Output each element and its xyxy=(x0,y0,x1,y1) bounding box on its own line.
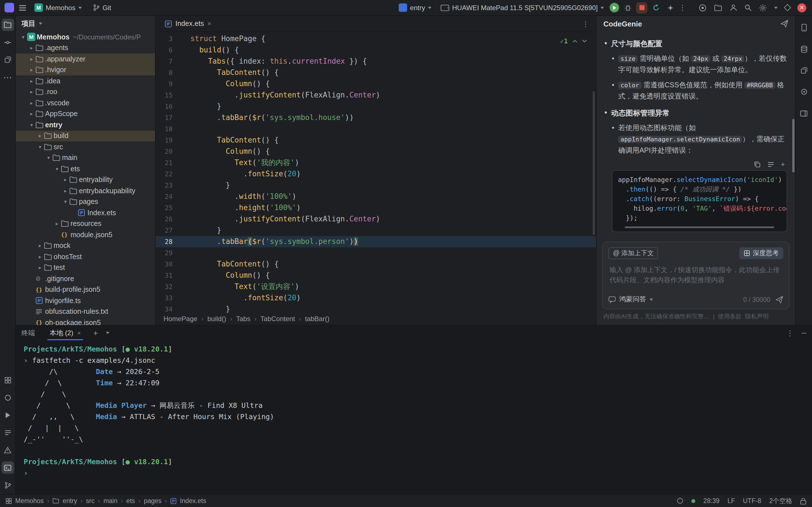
code-line[interactable]: 30 TabContent() { xyxy=(156,259,596,270)
tree-chevron-icon[interactable]: ▸ xyxy=(61,188,69,194)
line-number[interactable]: 32 xyxy=(156,281,182,292)
line-ending[interactable]: LF xyxy=(727,497,735,504)
line-number[interactable]: 31 xyxy=(156,270,182,281)
problems-toolwindow-icon[interactable] xyxy=(1,444,14,456)
tree-chevron-icon[interactable]: ▸ xyxy=(53,221,61,227)
code-line[interactable]: 19 TabContent() { xyxy=(156,135,596,146)
tree-item[interactable]: ▸test xyxy=(16,262,155,273)
insert-icon[interactable] xyxy=(767,161,774,168)
paper-plane-icon[interactable] xyxy=(780,20,788,27)
line-number[interactable]: 19 xyxy=(156,135,182,146)
diamond-icon[interactable] xyxy=(784,4,791,11)
sb-crumb[interactable]: src xyxy=(86,497,95,504)
terms-link[interactable]: 使用条款 xyxy=(718,313,742,321)
code-line[interactable]: 34 } xyxy=(156,304,596,313)
code-block-hscroll[interactable] xyxy=(624,226,774,228)
sb-crumb[interactable]: Memohos xyxy=(15,497,44,504)
tree-chevron-icon[interactable]: ▾ xyxy=(36,144,44,150)
code-line[interactable]: 15 .justifyContent(FlexAlign.Center) xyxy=(156,90,596,101)
background-tasks-icon[interactable] xyxy=(677,497,684,504)
inspection-widget[interactable]: ✓1 xyxy=(560,36,587,47)
line-number[interactable]: 20 xyxy=(156,146,182,157)
run-toolwindow-icon[interactable] xyxy=(1,409,14,421)
line-number[interactable]: 22 xyxy=(156,168,182,180)
code-line[interactable]: 27 } xyxy=(156,225,596,236)
vcs-widget[interactable]: Git xyxy=(89,2,114,13)
terminal-toolwindow-icon[interactable] xyxy=(1,461,14,474)
tree-chevron-icon[interactable]: ▸ xyxy=(28,89,36,95)
tree-item[interactable]: ▸mock xyxy=(16,240,155,251)
tree-item[interactable]: ▸.idea xyxy=(16,75,155,87)
tree-item[interactable]: ▸entrybackupability xyxy=(16,185,155,196)
tree-item[interactable]: ▸entryability xyxy=(16,174,155,185)
prev-problem-icon[interactable] xyxy=(572,40,577,43)
tree-chevron-icon[interactable]: ▸ xyxy=(28,78,36,84)
terminal-tab[interactable]: 本地 (2) × xyxy=(45,326,86,340)
target-icon[interactable] xyxy=(699,4,707,11)
new-terminal-icon[interactable]: + xyxy=(91,328,100,337)
tree-item[interactable]: ▸.agents xyxy=(16,43,155,54)
tree-chevron-icon[interactable]: ▾ xyxy=(28,122,36,128)
run-button[interactable] xyxy=(610,3,619,12)
code-line[interactable]: 32 Text('设置内容') xyxy=(156,281,596,292)
terminal-more-icon[interactable]: ⋮ xyxy=(786,329,794,337)
line-number[interactable]: 27 xyxy=(156,225,182,236)
chat-input-box[interactable]: @ 添加上下文 深度思考 输入 @ 添加上下文，/ 快速切换功能指令，此功能会上… xyxy=(602,242,790,309)
tree-item[interactable]: ▾pages xyxy=(16,196,155,207)
tree-chevron-icon[interactable]: ▸ xyxy=(36,133,44,139)
code-line[interactable]: 8 TabContent() { xyxy=(156,67,596,78)
tree-item[interactable]: hvigorfile.ts xyxy=(16,295,155,306)
line-number[interactable]: 34 xyxy=(156,304,182,313)
editor-scrollbar[interactable] xyxy=(593,91,595,235)
lock-icon[interactable] xyxy=(800,497,806,504)
database-icon[interactable] xyxy=(798,43,810,55)
line-number[interactable]: 17 xyxy=(156,112,182,123)
code-line[interactable]: 3 struct HomePage { xyxy=(156,33,596,45)
tree-item[interactable]: ▸AppScope xyxy=(16,108,155,119)
toolwindow-layout-icon[interactable] xyxy=(798,107,810,119)
search-icon[interactable] xyxy=(744,4,752,11)
terminal-options-icon[interactable] xyxy=(106,332,109,334)
new-file-icon[interactable]: + xyxy=(781,161,785,168)
sb-crumb[interactable]: pages xyxy=(144,497,161,504)
tree-chevron-icon[interactable]: ▸ xyxy=(28,56,36,62)
editor-tab[interactable]: Index.ets × xyxy=(159,16,217,32)
tree-chevron-icon[interactable]: ▸ xyxy=(61,177,69,183)
tree-item[interactable]: ▸.hvigor xyxy=(16,64,155,75)
line-number[interactable]: 28 xyxy=(156,236,182,247)
debug-button[interactable] xyxy=(621,1,634,14)
code-area[interactable]: 3 struct HomePage {6 build() {7 Tabs({ i… xyxy=(156,32,596,313)
tree-chevron-icon[interactable]: ▸ xyxy=(36,265,44,271)
tree-item[interactable]: {}module.json5 xyxy=(16,229,155,240)
breadcrumb-item[interactable]: HomePage xyxy=(163,315,197,323)
sb-crumb[interactable]: entry xyxy=(63,497,77,504)
todo-toolwindow-icon[interactable] xyxy=(1,427,14,439)
code-line[interactable]: 7 Tabs({ index: this.currentIndex }) { xyxy=(156,56,596,67)
close-terminal-tab-icon[interactable]: × xyxy=(77,330,81,336)
line-number[interactable]: 21 xyxy=(156,157,182,168)
tree-chevron-icon[interactable]: ▾ xyxy=(61,199,69,205)
commit-toolwindow-icon[interactable] xyxy=(1,36,14,48)
line-number[interactable]: 29 xyxy=(156,247,182,259)
sdk-manager-icon[interactable] xyxy=(714,4,722,11)
line-number[interactable]: 33 xyxy=(156,292,182,304)
code-line[interactable]: 16 } xyxy=(156,101,596,112)
tree-item[interactable]: ▾main xyxy=(16,152,155,163)
tree-item[interactable]: ▸resources xyxy=(16,218,155,229)
breadcrumb-item[interactable]: build() xyxy=(207,315,226,323)
line-number[interactable]: 26 xyxy=(156,214,182,225)
close-tab-icon[interactable]: × xyxy=(207,20,211,27)
tree-item[interactable]: Index.ets xyxy=(16,207,155,218)
code-line[interactable]: 22 .fontSize(20) xyxy=(156,168,596,180)
indent-setting[interactable]: 2个空格 xyxy=(769,497,792,505)
project-toolwindow-icon[interactable] xyxy=(1,18,14,31)
code-line[interactable]: 33 .fontSize(20) xyxy=(156,292,596,304)
settings-gear-icon[interactable] xyxy=(759,4,767,11)
vcs-toolwindow-icon[interactable] xyxy=(1,479,14,491)
tree-item[interactable]: ▸.roo xyxy=(16,87,155,98)
copy-icon[interactable] xyxy=(754,161,760,168)
tree-item[interactable]: ▸ohosTest xyxy=(16,251,155,262)
more-actions-icon[interactable]: ⋮ xyxy=(679,3,686,12)
code-line[interactable]: 23 } xyxy=(156,180,596,191)
code-line[interactable]: 24 .width('100%') xyxy=(156,191,596,202)
